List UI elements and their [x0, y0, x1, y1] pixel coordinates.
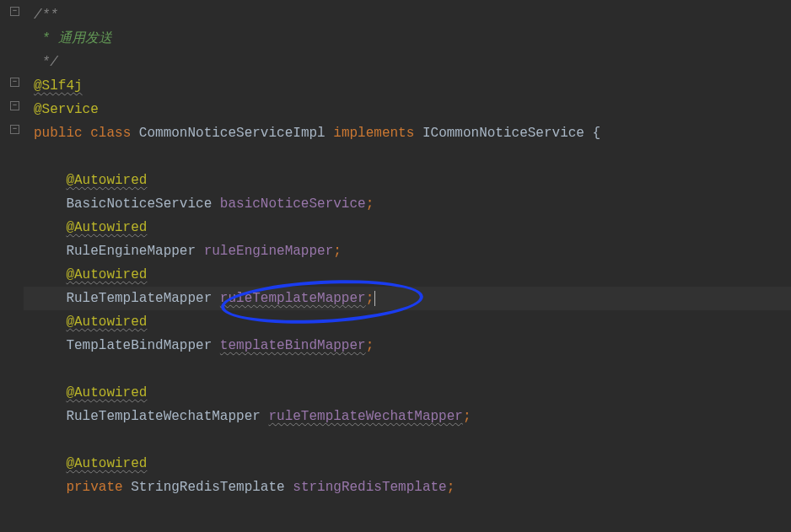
comment-open: /**: [34, 8, 58, 23]
semicolon: ;: [366, 338, 374, 353]
code-line: private StringRedisTemplate stringRedisT…: [34, 476, 791, 499]
code-line-blank: [34, 428, 791, 452]
code-line-blank: [34, 145, 791, 169]
field-ruletemplate: ruleTemplateMapper: [220, 291, 366, 306]
type-ruletemplatewechat: RuleTemplateWechatMapper: [66, 409, 260, 424]
code-line: RuleEngineMapper ruleEngineMapper;: [34, 239, 791, 263]
comment-close: */: [34, 55, 58, 70]
interface-name: ICommonNoticeService: [422, 126, 584, 141]
code-line: @Autowired: [34, 452, 791, 476]
caret-icon: [374, 291, 375, 306]
type-stringredis: StringRedisTemplate: [131, 480, 284, 495]
semicolon: ;: [366, 291, 374, 306]
annotation-autowired: @Autowired: [66, 173, 147, 188]
code-line: @Autowired: [34, 169, 791, 192]
keyword-implements: implements: [333, 126, 414, 141]
field-basicnotice: basicNoticeService: [220, 196, 366, 212]
code-line: TemplateBindMapper templateBindMapper;: [34, 334, 791, 357]
semicolon: ;: [333, 244, 342, 259]
field-ruletemplatewechat: ruleTemplateWechatMapper: [268, 409, 462, 424]
class-name: CommonNoticeServiceImpl: [139, 126, 326, 141]
fold-marker-icon[interactable]: −: [10, 101, 19, 110]
type-ruletemplate: RuleTemplateMapper: [66, 291, 212, 306]
code-line: @Autowired: [34, 263, 791, 287]
code-line-current: RuleTemplateMapper ruleTemplateMapper;: [24, 287, 791, 310]
annotation-autowired: @Autowired: [66, 267, 147, 282]
annotation-autowired: @Autowired: [66, 314, 147, 330]
code-line: @Autowired: [34, 381, 791, 405]
fold-marker-icon[interactable]: −: [10, 125, 19, 134]
open-brace: {: [593, 126, 601, 141]
code-line: @Autowired: [34, 216, 791, 239]
code-line: public class CommonNoticeServiceImpl imp…: [34, 121, 791, 145]
code-line: * 通用发送: [34, 27, 791, 51]
semicolon: ;: [447, 480, 455, 495]
type-templatebind: TemplateBindMapper: [66, 338, 212, 353]
keyword-private: private: [66, 480, 122, 495]
annotation-slf4j: @Slf4j: [34, 78, 83, 94]
field-ruleengine: ruleEngineMapper: [204, 244, 334, 259]
code-editor[interactable]: − − − − /** * 通用发送 */ @Slf4j @Service pu…: [0, 0, 791, 532]
fold-marker-icon[interactable]: −: [10, 7, 19, 16]
fold-marker-icon[interactable]: −: [10, 78, 19, 87]
semicolon: ;: [463, 409, 471, 424]
field-stringredis: stringRedisTemplate: [293, 480, 446, 495]
keyword-class: class: [90, 126, 131, 141]
code-line: @Autowired: [34, 310, 791, 334]
code-area[interactable]: /** * 通用发送 */ @Slf4j @Service public cla…: [24, 0, 791, 532]
code-line: BasicNoticeService basicNoticeService;: [34, 192, 791, 216]
annotation-autowired: @Autowired: [66, 456, 147, 471]
code-line: RuleTemplateWechatMapper ruleTemplateWec…: [34, 405, 791, 428]
field-templatebind: templateBindMapper: [220, 338, 366, 353]
annotation-autowired: @Autowired: [66, 220, 147, 235]
gutter: − − − −: [0, 0, 24, 532]
code-line: @Slf4j: [34, 74, 791, 98]
comment-body: * 通用发送: [34, 31, 112, 46]
annotation-service: @Service: [34, 102, 99, 117]
code-line: @Service: [34, 98, 791, 121]
type-basicnotice: BasicNoticeService: [66, 196, 212, 212]
keyword-public: public: [34, 126, 83, 141]
annotation-autowired: @Autowired: [66, 385, 147, 400]
code-line: /**: [34, 3, 791, 27]
code-line-blank: [34, 357, 791, 381]
code-line: */: [34, 51, 791, 74]
type-ruleengine: RuleEngineMapper: [66, 244, 196, 259]
semicolon: ;: [366, 196, 374, 212]
